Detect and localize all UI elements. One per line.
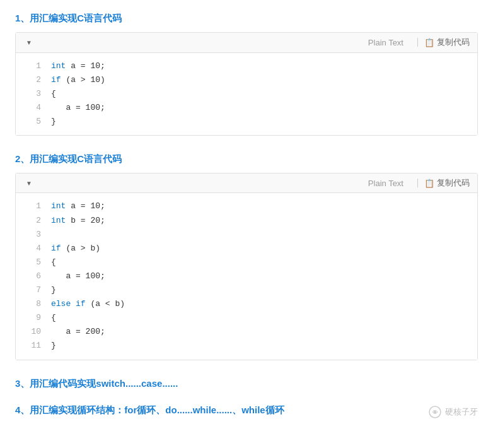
code-line: 4 if (a > b) xyxy=(16,242,477,256)
line-content: } xyxy=(51,115,56,129)
code-line: 4 a = 100; xyxy=(16,101,477,115)
svg-point-1 xyxy=(434,411,436,413)
section-2-title: 2、用汇编实现C语言代码 xyxy=(15,153,478,165)
code-header-2: ▼ Plain Text 📋 复制代码 xyxy=(16,174,477,194)
code-line: 10 a = 200; xyxy=(16,325,477,339)
line-content: a = 100; xyxy=(51,269,105,283)
line-content: a = 100; xyxy=(51,101,105,115)
code-line: 11 } xyxy=(16,339,477,353)
section-3-title: 3、用汇编代码实现switch......case...... xyxy=(15,378,478,390)
code-block-2: ▼ Plain Text 📋 复制代码 1 int a = 10; 2 int … xyxy=(15,173,478,360)
line-content: { xyxy=(51,311,56,325)
line-content: a = 200; xyxy=(51,325,105,339)
section-2: 2、用汇编实现C语言代码 ▼ Plain Text 📋 复制代码 1 int a… xyxy=(15,153,478,360)
header-divider-1 xyxy=(417,38,418,47)
line-content: } xyxy=(51,283,56,297)
line-num: 2 xyxy=(23,73,41,87)
code-block-1: ▼ Plain Text 📋 复制代码 1 int a = 10; 2 if (… xyxy=(15,32,478,136)
code-line: 3 { xyxy=(16,87,477,101)
copy-btn-2[interactable]: 📋 复制代码 xyxy=(424,177,470,189)
line-num: 2 xyxy=(23,214,41,228)
code-line: 3 xyxy=(16,228,477,242)
line-num: 10 xyxy=(23,325,41,339)
copy-icon-1: 📋 xyxy=(424,38,434,47)
plain-text-label-2: Plain Text xyxy=(368,179,403,188)
line-content: { xyxy=(51,256,56,269)
section-4-title: 4、用汇编实现循环结构：for循环、do......while......、wh… xyxy=(15,404,284,416)
code-line: 6 a = 100; xyxy=(16,269,477,283)
code-line: 5 { xyxy=(16,256,477,269)
code-header-1: ▼ Plain Text 📋 复制代码 xyxy=(16,33,477,53)
line-num: 1 xyxy=(23,59,41,73)
section-4: 4、用汇编实现循环结构：for循环、do......while......、wh… xyxy=(15,403,478,419)
line-num: 4 xyxy=(23,101,41,115)
code-line: 9 { xyxy=(16,311,477,325)
code-line: 8 else if (a < b) xyxy=(16,297,477,311)
copy-label-1: 复制代码 xyxy=(437,37,470,48)
collapse-area-2[interactable]: ▼ xyxy=(23,177,35,189)
code-body-1: 1 int a = 10; 2 if (a > 10) 3 { 4 a = 10… xyxy=(16,53,477,135)
section-3: 3、用汇编代码实现switch......case...... xyxy=(15,378,478,390)
line-content: { xyxy=(51,87,56,101)
line-num: 5 xyxy=(23,115,41,129)
line-num: 6 xyxy=(23,269,41,283)
section-1-title: 1、用汇编实现C语言代码 xyxy=(15,13,478,25)
line-content: if (a > 10) xyxy=(51,73,105,87)
plain-text-label-1: Plain Text xyxy=(368,38,403,47)
collapse-btn-2[interactable]: ▼ xyxy=(23,177,35,189)
code-line: 5 } xyxy=(16,115,477,129)
code-line: 1 int a = 10; xyxy=(16,59,477,73)
copy-icon-2: 📋 xyxy=(424,179,434,188)
line-content: } xyxy=(51,339,56,353)
line-num: 11 xyxy=(23,339,41,353)
code-line: 7 } xyxy=(16,283,477,297)
line-num: 5 xyxy=(23,256,41,269)
watermark: 硬核子牙 xyxy=(428,403,478,419)
line-num: 7 xyxy=(23,283,41,297)
code-line: 1 int a = 10; xyxy=(16,199,477,213)
line-content: else if (a < b) xyxy=(51,297,125,311)
line-num: 3 xyxy=(23,228,41,242)
header-divider-2 xyxy=(417,179,418,187)
line-num: 3 xyxy=(23,87,41,101)
line-num: 4 xyxy=(23,242,41,256)
line-content: int a = 10; xyxy=(51,59,105,73)
collapse-btn-1[interactable]: ▼ xyxy=(23,37,35,49)
line-content: if (a > b) xyxy=(51,242,100,256)
line-content xyxy=(51,228,56,242)
line-content: int b = 20; xyxy=(51,214,105,228)
code-body-2: 1 int a = 10; 2 int b = 20; 3 4 if (a > … xyxy=(16,193,477,359)
copy-label-2: 复制代码 xyxy=(437,177,470,189)
copy-btn-1[interactable]: 📋 复制代码 xyxy=(424,37,470,48)
line-content: int a = 10; xyxy=(51,199,105,213)
line-num: 9 xyxy=(23,311,41,325)
line-num: 1 xyxy=(23,199,41,213)
code-line: 2 int b = 20; xyxy=(16,214,477,228)
watermark-text: 硬核子牙 xyxy=(445,406,478,418)
collapse-area-1[interactable]: ▼ xyxy=(23,37,35,49)
watermark-icon xyxy=(428,405,442,419)
section-1: 1、用汇编实现C语言代码 ▼ Plain Text 📋 复制代码 1 int a… xyxy=(15,13,478,136)
code-line: 2 if (a > 10) xyxy=(16,73,477,87)
line-num: 8 xyxy=(23,297,41,311)
